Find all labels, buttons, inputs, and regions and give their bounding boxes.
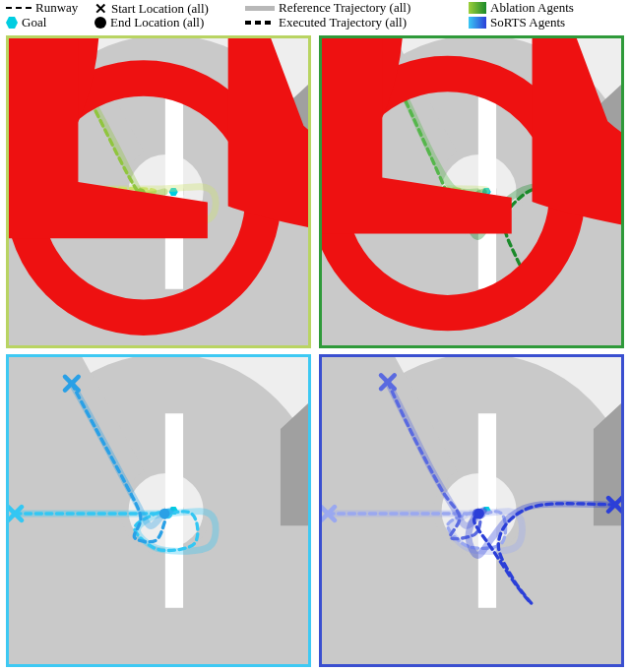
legend-goal: Goal bbox=[22, 15, 46, 31]
runway-icon bbox=[6, 7, 32, 9]
legend-end: End Location (all) bbox=[110, 15, 204, 31]
dot-icon bbox=[94, 17, 106, 29]
goal-icon bbox=[6, 17, 18, 29]
legend-sorts: SoRTS Agents bbox=[490, 15, 565, 31]
svg-text:5 NM: 5 NM bbox=[589, 357, 621, 664]
sorts-swatch-icon bbox=[469, 17, 486, 29]
legend: Runway Goal ✕Start Location (all) End Lo… bbox=[6, 0, 624, 30]
svg-text:5 NM: 5 NM bbox=[276, 357, 308, 664]
svg-text:Separation: Separation bbox=[9, 38, 308, 345]
ablation-swatch-icon bbox=[469, 2, 486, 14]
svg-text:Separation: Separation bbox=[322, 38, 621, 345]
legend-ablation: Ablation Agents bbox=[490, 0, 574, 16]
legend-exec: Executed Trajectory (all) bbox=[279, 15, 407, 31]
legend-runway: Runway bbox=[35, 0, 78, 16]
svg-point-47 bbox=[159, 509, 170, 519]
panel-ablation-2agent: 2 NM5 NMLoss ofSeparation bbox=[6, 35, 311, 348]
exec-traj-icon bbox=[245, 21, 275, 25]
panel-sorts-2agent: 2 NM5 NM bbox=[6, 354, 311, 667]
legend-ref: Reference Trajectory (all) bbox=[279, 0, 410, 16]
panel-ablation-3agent: 2 NM5 NMLoss ofSeparation bbox=[319, 35, 624, 348]
panel-sorts-3agent: 2 NM5 NM bbox=[319, 354, 624, 667]
ref-traj-icon bbox=[245, 6, 275, 11]
svg-point-63 bbox=[473, 509, 484, 519]
